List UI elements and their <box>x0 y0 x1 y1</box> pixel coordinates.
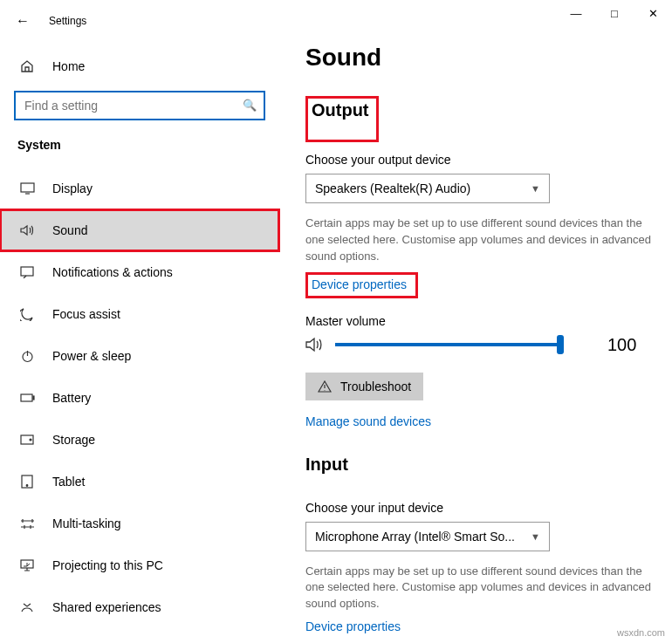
input-device-value: Microphone Array (Intel® Smart So... <box>315 530 515 544</box>
home-nav[interactable]: Home <box>0 51 279 82</box>
manage-sound-devices-link[interactable]: Manage sound devices <box>305 414 431 428</box>
device-properties-highlight: Device properties <box>305 272 418 298</box>
warning-icon <box>318 380 332 393</box>
sidebar-item-label: Display <box>52 181 93 195</box>
output-device-label: Choose your output device <box>305 153 663 167</box>
chevron-down-icon: ▼ <box>531 531 540 542</box>
input-device-label: Choose your input device <box>305 501 663 515</box>
sidebar-item-label: Focus assist <box>52 307 120 321</box>
sidebar-item-display[interactable]: Display <box>0 168 279 209</box>
sidebar-item-label: Battery <box>52 391 91 405</box>
volume-value: 100 <box>607 335 636 355</box>
troubleshoot-button[interactable]: Troubleshoot <box>305 373 423 400</box>
slider-thumb[interactable] <box>557 335 564 354</box>
sidebar-item-label: Notifications & actions <box>52 265 173 279</box>
minimize-button[interactable]: ― <box>557 0 595 26</box>
search-input[interactable] <box>14 91 265 120</box>
battery-icon <box>19 393 35 402</box>
sidebar-item-focus-assist[interactable]: Focus assist <box>0 293 279 335</box>
troubleshoot-label: Troubleshoot <box>340 380 411 393</box>
speaker-icon[interactable] <box>305 337 323 352</box>
output-heading: Output <box>312 100 369 120</box>
sidebar-item-label: Shared experiences <box>52 600 161 614</box>
window-title: Settings <box>49 15 86 27</box>
sidebar-item-shared[interactable]: Shared experiences <box>0 586 279 628</box>
sidebar-item-label: Sound <box>52 223 87 237</box>
sidebar-item-label: Storage <box>52 433 95 447</box>
sidebar-item-label: Tablet <box>52 475 85 489</box>
sidebar-item-label: Multi-tasking <box>52 516 121 530</box>
output-device-properties-link[interactable]: Device properties <box>312 277 407 291</box>
sidebar-item-power[interactable]: Power & sleep <box>0 335 279 377</box>
svg-rect-1 <box>21 267 33 276</box>
svg-rect-0 <box>21 183 34 192</box>
master-volume-label: Master volume <box>305 314 663 328</box>
sidebar-item-sound[interactable]: Sound <box>0 209 279 251</box>
close-button[interactable]: ✕ <box>634 0 672 26</box>
svg-point-7 <box>26 485 28 487</box>
output-help-text: Certain apps may be set up to use differ… <box>305 215 663 265</box>
sidebar-item-label: Power & sleep <box>52 349 131 363</box>
sidebar-item-projecting[interactable]: Projecting to this PC <box>0 544 279 586</box>
storage-icon <box>19 434 35 445</box>
output-device-select[interactable]: Speakers (Realtek(R) Audio) ▼ <box>305 174 550 203</box>
multitasking-icon <box>19 518 35 530</box>
sidebar-item-tablet[interactable]: Tablet <box>0 461 279 503</box>
home-icon <box>19 59 35 73</box>
watermark: wsxdn.com <box>617 627 665 638</box>
svg-rect-3 <box>21 394 32 401</box>
input-device-properties-link[interactable]: Device properties <box>305 619 401 633</box>
input-heading: Input <box>305 455 348 475</box>
projecting-icon <box>19 559 35 571</box>
sound-icon <box>19 224 35 236</box>
output-heading-highlight: Output <box>305 96 379 142</box>
input-device-select[interactable]: Microphone Array (Intel® Smart So... ▼ <box>305 522 550 551</box>
notifications-icon <box>19 266 35 278</box>
maximize-button[interactable]: □ <box>595 0 634 26</box>
focus-icon <box>19 307 35 321</box>
group-heading: System <box>0 120 279 161</box>
tablet-icon <box>19 475 35 489</box>
page-title: Sound <box>305 44 663 72</box>
chevron-down-icon: ▼ <box>531 183 540 194</box>
output-device-value: Speakers (Realtek(R) Audio) <box>315 181 470 195</box>
input-help-text: Certain apps may be set up to use differ… <box>305 564 663 613</box>
back-button[interactable]: ← <box>16 13 30 29</box>
sidebar-item-multitasking[interactable]: Multi-tasking <box>0 503 279 544</box>
sidebar-item-battery[interactable]: Battery <box>0 377 279 419</box>
power-icon <box>19 350 35 363</box>
volume-slider[interactable] <box>335 343 560 346</box>
sidebar-item-label: Projecting to this PC <box>52 558 163 572</box>
sidebar-item-notifications[interactable]: Notifications & actions <box>0 251 279 293</box>
sidebar-item-storage[interactable]: Storage <box>0 419 279 461</box>
display-icon <box>19 182 35 195</box>
home-label: Home <box>52 59 85 73</box>
shared-icon <box>19 601 35 613</box>
svg-point-5 <box>30 439 31 441</box>
